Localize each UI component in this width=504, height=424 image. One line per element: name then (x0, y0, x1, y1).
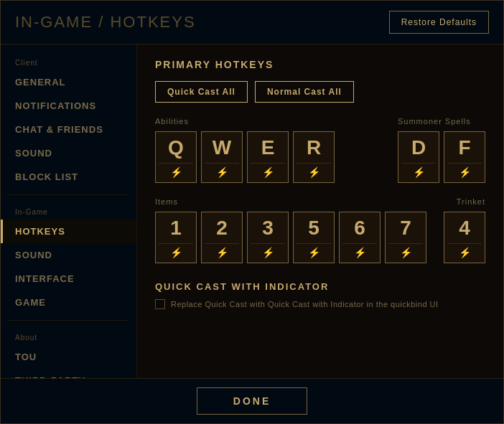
key-7-icon-row: ⚡ (388, 243, 423, 258)
key-5-letter: 5 (308, 218, 319, 238)
key-2-letter: 2 (216, 218, 228, 238)
qci-label: Replace Quick Cast with Quick Cast with … (171, 300, 439, 308)
key-f-icon-row: ⚡ (447, 163, 482, 178)
sidebar-item-interface[interactable]: INTERFACE (1, 267, 136, 291)
sidebar-item-hotkeys[interactable]: HOTKEYS (1, 220, 136, 243)
key-q-letter: Q (168, 138, 184, 158)
key-3-icon-row: ⚡ (251, 243, 285, 258)
key-7-letter: 7 (400, 218, 411, 238)
lightning-icon-1: ⚡ (170, 247, 182, 258)
sidebar-client-label: Client (1, 52, 136, 70)
quick-cast-all-button[interactable]: Quick Cast All (155, 81, 248, 103)
main-layout: Client GENERAL NOTIFICATIONS CHAT & FRIE… (1, 44, 503, 378)
done-button[interactable]: DONE (197, 387, 307, 415)
lightning-icon-5: ⚡ (308, 247, 320, 258)
key-e[interactable]: E ⚡ (247, 131, 289, 183)
header: IN-GAME / HOTKEYS Restore Defaults (1, 1, 503, 44)
qci-checkbox-row: Replace Quick Cast with Quick Cast with … (155, 299, 485, 309)
lightning-icon-w: ⚡ (216, 166, 228, 178)
sidebar-ingame-label: In-Game (1, 201, 136, 220)
qci-checkbox[interactable] (155, 299, 165, 309)
app-container: IN-GAME / HOTKEYS Restore Defaults Clien… (0, 0, 504, 424)
key-6-letter: 6 (354, 218, 365, 238)
key-w-icon-row: ⚡ (205, 163, 239, 178)
key-d[interactable]: D ⚡ (398, 131, 439, 183)
lightning-icon-f: ⚡ (459, 166, 471, 178)
sidebar: Client GENERAL NOTIFICATIONS CHAT & FRIE… (1, 44, 137, 378)
key-q[interactable]: Q ⚡ (155, 131, 197, 183)
key-r[interactable]: R ⚡ (293, 131, 335, 183)
footer: DONE (1, 378, 503, 423)
key-d-icon-row: ⚡ (401, 163, 436, 178)
header-prefix: IN-GAME (15, 13, 93, 31)
lightning-icon-6: ⚡ (354, 247, 366, 258)
key-d-letter: D (411, 138, 426, 158)
sidebar-item-general[interactable]: GENERAL (1, 70, 136, 94)
key-4[interactable]: 4 ⚡ (444, 212, 485, 263)
key-4-letter: 4 (459, 218, 470, 238)
key-1[interactable]: 1 ⚡ (155, 212, 197, 263)
items-keys-row: 1 ⚡ 2 ⚡ 3 (155, 212, 426, 263)
sidebar-divider-2 (8, 320, 129, 321)
lightning-icon-2: ⚡ (216, 247, 228, 258)
sidebar-item-block-list[interactable]: BLOCK LIST (1, 165, 136, 189)
ability-keys-row: Q ⚡ W ⚡ E (155, 131, 335, 183)
key-w[interactable]: W ⚡ (201, 131, 243, 183)
summoner-spells-group: Summoner Spells D ⚡ F ⚡ (398, 117, 485, 183)
key-3[interactable]: 3 ⚡ (247, 212, 289, 263)
header-hotkeys: HOTKEYS (110, 13, 195, 31)
header-separator: / (98, 13, 110, 31)
items-group: Items 1 ⚡ 2 ⚡ (155, 197, 426, 263)
items-trinket-section: Items 1 ⚡ 2 ⚡ (155, 197, 485, 263)
key-5[interactable]: 5 ⚡ (293, 212, 335, 263)
lightning-icon-r: ⚡ (308, 166, 320, 178)
key-5-icon-row: ⚡ (297, 243, 331, 258)
key-6-icon-row: ⚡ (342, 243, 377, 258)
key-q-icon-row: ⚡ (159, 163, 193, 178)
key-4-icon-row: ⚡ (447, 243, 482, 258)
sidebar-item-game[interactable]: GAME (1, 291, 136, 314)
key-w-letter: W (213, 138, 231, 158)
key-1-icon-row: ⚡ (159, 243, 193, 258)
trinket-group: Trinket 4 ⚡ (444, 197, 485, 263)
primary-hotkeys-title: PRIMARY HOTKEYS (155, 59, 485, 70)
key-r-letter: R (307, 138, 321, 158)
key-3-letter: 3 (262, 218, 274, 238)
lightning-icon-q: ⚡ (170, 166, 182, 178)
trinket-label: Trinket (457, 197, 485, 206)
normal-cast-all-button[interactable]: Normal Cast All (255, 81, 354, 103)
key-7[interactable]: 7 ⚡ (385, 212, 426, 263)
cast-buttons-row: Quick Cast All Normal Cast All (155, 81, 485, 103)
key-f-letter: F (458, 138, 470, 158)
lightning-icon-d: ⚡ (413, 166, 425, 178)
abilities-group: Abilities Q ⚡ W ⚡ (155, 117, 335, 183)
sidebar-item-notifications[interactable]: NOTIFICATIONS (1, 94, 136, 118)
sidebar-divider-1 (8, 194, 129, 195)
key-2-icon-row: ⚡ (205, 243, 239, 258)
lightning-icon-4: ⚡ (459, 247, 471, 258)
qci-section: QUICK CAST WITH INDICATOR Replace Quick … (155, 281, 485, 309)
sidebar-item-third-party[interactable]: THIRD-PARTY LICENSES (1, 369, 136, 378)
trinket-keys-row: 4 ⚡ (444, 212, 485, 263)
content-area: PRIMARY HOTKEYS Quick Cast All Normal Ca… (137, 44, 503, 378)
key-e-letter: E (261, 138, 275, 158)
sidebar-about-label: About (1, 326, 136, 345)
items-label: Items (155, 197, 426, 206)
abilities-label: Abilities (155, 117, 335, 126)
sidebar-item-chat-friends[interactable]: CHAT & FRIENDS (1, 118, 136, 141)
sidebar-item-tou[interactable]: TOU (1, 345, 136, 369)
lightning-icon-7: ⚡ (400, 247, 412, 258)
restore-defaults-button[interactable]: Restore Defaults (389, 11, 489, 34)
header-title: IN-GAME / HOTKEYS (15, 13, 196, 32)
key-6[interactable]: 6 ⚡ (339, 212, 381, 263)
qci-title: QUICK CAST WITH INDICATOR (155, 281, 485, 292)
lightning-icon-e: ⚡ (262, 166, 274, 178)
summoner-keys-row: D ⚡ F ⚡ (398, 131, 485, 183)
key-2[interactable]: 2 ⚡ (201, 212, 243, 263)
key-e-icon-row: ⚡ (251, 163, 285, 178)
sidebar-item-sound-ingame[interactable]: SOUND (1, 243, 136, 267)
summoner-spells-label: Summoner Spells (398, 117, 485, 126)
sidebar-item-sound-client[interactable]: SOUND (1, 141, 136, 165)
key-1-letter: 1 (170, 218, 182, 238)
key-f[interactable]: F ⚡ (444, 131, 485, 183)
